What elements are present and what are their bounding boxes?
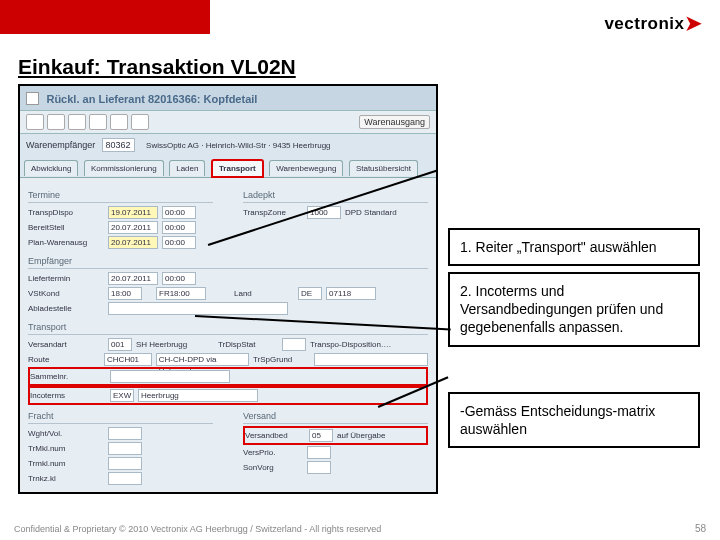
callout-3: -Gemäss Entscheidungs-matrix auswählen (448, 392, 700, 448)
brand-red-bar (0, 0, 210, 34)
callout-1: 1. Reiter „Transport" auswählen (448, 228, 700, 266)
goods-issue-button[interactable]: Warenausgang (359, 115, 430, 129)
sap-window-title: Rückl. an Lieferant 82016366: Kopfdetail (20, 86, 436, 111)
tab-transport[interactable]: Transport (211, 159, 264, 178)
toolbar-btn[interactable] (26, 114, 44, 130)
incoterms-row: IncotermsEXWHeerbrugg (28, 386, 428, 405)
callout-2: 2. Incoterms und Versandbedingungen prüf… (448, 272, 700, 347)
tab-warenbewegung[interactable]: Warenbewegung (269, 160, 343, 176)
incoterms-field[interactable]: EXW (110, 389, 134, 402)
nav-back-icon[interactable] (26, 92, 39, 105)
footer-text: Confidential & Proprietary © 2010 Vectro… (14, 524, 381, 534)
sammelnr-row: Sammelnr. (28, 367, 428, 386)
versandbed-field[interactable]: 05 (309, 429, 333, 442)
toolbar-btn[interactable] (89, 114, 107, 130)
toolbar-btn[interactable] (110, 114, 128, 130)
tab-statusuebersicht[interactable]: Statusübersicht (349, 160, 418, 176)
logo: vectronix➤ (604, 10, 702, 34)
sap-screenshot: Rückl. an Lieferant 82016366: Kopfdetail… (18, 84, 438, 494)
tabstrip: Abwicklung Kommissionierung Laden Transp… (20, 156, 436, 178)
page-number: 58 (695, 523, 706, 534)
toolbar-btn[interactable] (47, 114, 65, 130)
tab-kommissionierung[interactable]: Kommissionierung (84, 160, 164, 176)
versandbed-row: Versandbed05auf Übergabe (243, 426, 428, 445)
toolbar-btn[interactable] (131, 114, 149, 130)
ship-to-field[interactable]: 80362 (102, 138, 135, 152)
transport-pane: Termine TranspDispo19.07.201100:00 Berei… (20, 178, 436, 494)
toolbar-btn[interactable] (68, 114, 86, 130)
sap-toolbar: Warenausgang (20, 111, 436, 134)
header-row: Warenempfänger 80362 SwissOptic AG · Hei… (20, 134, 436, 156)
slide-title: Einkauf: Transaktion VL02N (18, 55, 296, 79)
tab-laden[interactable]: Laden (169, 160, 205, 176)
tab-abwicklung[interactable]: Abwicklung (24, 160, 78, 176)
